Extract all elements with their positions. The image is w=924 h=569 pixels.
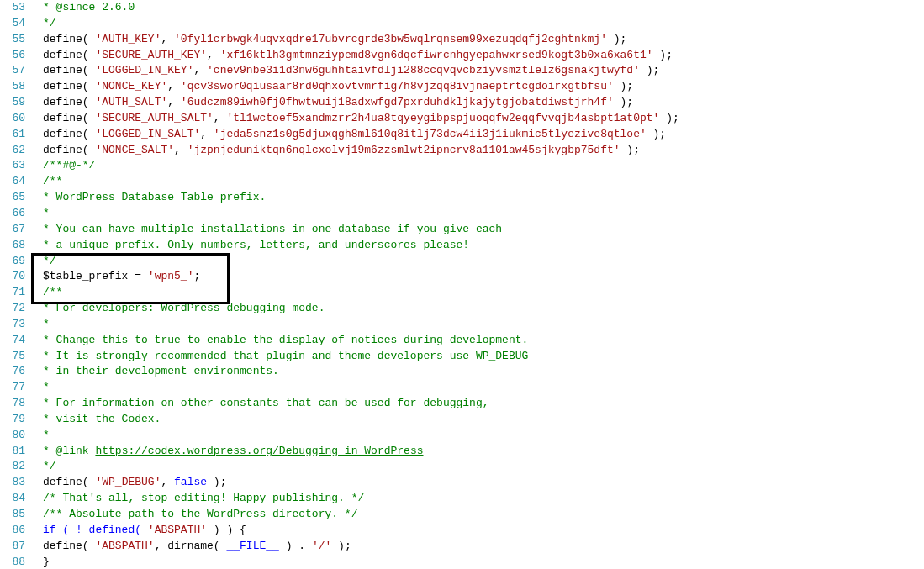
line-number: 67 <box>7 222 25 238</box>
if-line: if ( ! defined( 'ABSPATH' ) ) { <box>43 523 679 539</box>
define-line: define( 'WP_DEBUG', false ); <box>43 475 679 491</box>
line-number: 77 <box>7 380 25 396</box>
line-number: 80 <box>7 428 25 444</box>
line-number: 71 <box>7 285 25 301</box>
line-number: 62 <box>7 143 25 159</box>
line-number: 83 <box>7 475 25 491</box>
line-number: 86 <box>7 523 25 539</box>
line-number: 82 <box>7 459 25 475</box>
line-number: 88 <box>7 555 25 569</box>
comment: /** <box>43 175 62 187</box>
comment: * For information on other constants tha… <box>43 397 489 409</box>
line-number: 85 <box>7 507 25 523</box>
define-line: define( 'SECURE_AUTH_KEY', 'xf16ktlh3gmt… <box>43 48 679 64</box>
line-number: 74 <box>7 333 25 349</box>
line-number: 73 <box>7 317 25 333</box>
comment: /**#@-*/ <box>43 159 95 171</box>
code-editor: 53 54 55 56 57 58 59 60 61 62 63 64 65 6… <box>0 0 924 569</box>
define-line: define( 'AUTH_KEY', '0fyl1crbwgk4uqvxqdr… <box>43 32 679 48</box>
comment: * <box>43 207 50 219</box>
comment: * <box>43 381 50 393</box>
line-number: 87 <box>7 539 25 555</box>
line-number: 81 <box>7 444 25 460</box>
table-prefix-line: $table_prefix = 'wpn5_'; <box>43 269 679 285</box>
line-number: 70 <box>7 269 25 285</box>
comment: * WordPress Database Table prefix. <box>43 191 266 203</box>
link[interactable]: https://codex.wordpress.org/Debugging_in… <box>95 445 423 457</box>
comment: /* That's all, stop editing! Happy publi… <box>43 492 364 504</box>
define-line: define( 'SECURE_AUTH_SALT', 'tl1wctoef5x… <box>43 111 679 127</box>
comment: * You can have multiple installations in… <box>43 223 502 235</box>
define-line: define( 'LOGGED_IN_KEY', 'cnev9nbe3i1d3n… <box>43 63 679 79</box>
line-number: 66 <box>7 206 25 222</box>
comment: * Change this to true to enable the disp… <box>43 334 528 346</box>
line-number: 79 <box>7 412 25 428</box>
comment: /** <box>43 286 62 298</box>
line-number: 58 <box>7 79 25 95</box>
comment: * in their development environments. <box>43 365 279 377</box>
comment: * @link https://codex.wordpress.org/Debu… <box>43 444 679 460</box>
define-line: define( 'NONCE_KEY', 'qcv3swor0qiusaar8r… <box>43 79 679 95</box>
comment: * visit the Codex. <box>43 413 161 425</box>
comment: * It is strongly recommended that plugin… <box>43 350 528 362</box>
line-number: 72 <box>7 301 25 317</box>
line-number: 56 <box>7 48 25 64</box>
line-number: 75 <box>7 349 25 365</box>
define-line: define( 'AUTH_SALT', '6udczm89iwh0fj0fhw… <box>43 95 679 111</box>
line-number: 55 <box>7 32 25 48</box>
line-number: 65 <box>7 190 25 206</box>
line-number: 54 <box>7 16 25 32</box>
line-number: 76 <box>7 364 25 380</box>
line-number: 60 <box>7 111 25 127</box>
line-number: 53 <box>7 0 25 16</box>
comment: * <box>43 429 50 441</box>
comment: */ <box>43 255 56 267</box>
line-number: 57 <box>7 63 25 79</box>
line-number: 63 <box>7 158 25 174</box>
line-number: 59 <box>7 95 25 111</box>
line-number: 64 <box>7 174 25 190</box>
line-number: 78 <box>7 396 25 412</box>
define-line: define( 'LOGGED_IN_SALT', 'jeda5snz1s0g5… <box>43 127 679 143</box>
line-number: 84 <box>7 491 25 507</box>
line-number: 69 <box>7 254 25 270</box>
brace-line: } <box>43 555 679 569</box>
comment: */ <box>43 17 56 29</box>
comment: * @since 2.6.0 <box>43 1 135 13</box>
comment: /** Absolute path to the WordPress direc… <box>43 508 357 520</box>
comment: */ <box>43 460 56 472</box>
define-line: define( 'ABSPATH', dirname( __FILE__ ) .… <box>43 539 679 555</box>
define-line: define( 'NONCE_SALT', 'jzpnjeduniktqn6nq… <box>43 143 679 159</box>
line-gutter: 53 54 55 56 57 58 59 60 61 62 63 64 65 6… <box>0 0 34 569</box>
code-area[interactable]: * @since 2.6.0 */ define( 'AUTH_KEY', '0… <box>34 0 679 569</box>
line-number: 68 <box>7 238 25 254</box>
comment: * a unique prefix. Only numbers, letters… <box>43 239 469 251</box>
line-number: 61 <box>7 127 25 143</box>
comment: * <box>43 318 50 330</box>
comment: * For developers: WordPress debugging mo… <box>43 302 325 314</box>
